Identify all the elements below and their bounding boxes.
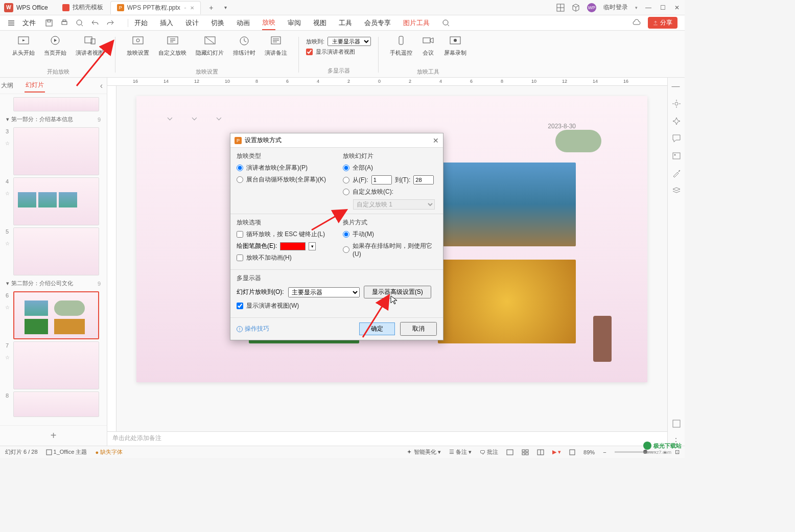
play-button[interactable]: ▶ ▾ [552,449,561,455]
add-slide-button[interactable]: + [0,425,107,446]
pen-color-dropdown[interactable]: ▾ [309,242,316,250]
screen-record-button[interactable]: 屏幕录制 [440,34,471,58]
tips-link[interactable]: !操作技巧 [237,325,269,333]
presenter-view-checkbox[interactable]: 显示演讲者视图(W) [237,302,437,310]
tab-more-icon[interactable]: ▫ [184,5,186,11]
tab-close-icon[interactable]: ✕ [190,5,194,11]
thumb-row[interactable] [0,96,107,112]
thumb-row[interactable]: 3☆ [0,126,107,176]
radio-custom-show[interactable]: 自定义放映(C): [343,188,437,196]
notes-bar[interactable]: 单击此处添加备注 [107,431,667,446]
dash-icon[interactable]: — [672,82,681,91]
undo-icon[interactable] [91,19,99,27]
print-icon[interactable] [60,19,68,27]
menu-animation[interactable]: 动画 [237,16,250,30]
menu-picture-tools[interactable]: 图片工具 [403,16,430,30]
radio-presenter[interactable]: 演讲者放映(全屏幕)(P) [237,164,331,172]
radio-all-slides[interactable]: 全部(A) [343,164,437,172]
zoom-fit-button[interactable] [569,449,575,455]
thumbnail-list[interactable]: ▾第一部分：介绍基本信息9 3☆ 4☆ 5☆ ▾第二部分：介绍公司文化9 6☆ … [0,94,107,425]
login-text[interactable]: 临时登录 [603,3,628,12]
menu-review[interactable]: 审阅 [288,16,301,30]
minimize-button[interactable]: — [645,4,652,11]
user-avatar[interactable]: WP [587,3,596,12]
tools-icon[interactable] [672,169,681,178]
menu-transition[interactable]: 切换 [211,16,224,30]
slides-tab[interactable]: 幻灯片 [25,79,45,92]
dropdown-icon[interactable]: ▾ [635,5,638,10]
tab-list-button[interactable]: ▾ [220,3,230,13]
monitor-select[interactable]: 主要显示器 [288,287,360,297]
cloud-icon[interactable] [633,19,641,27]
search-icon[interactable] [442,19,450,27]
image-icon[interactable] [672,151,681,160]
phone-remote-button[interactable]: 手机遥控 [386,34,416,58]
save-icon[interactable] [45,19,53,27]
meeting-button[interactable]: 会议 [417,34,439,58]
play-from-start-button[interactable]: 从头开始 [8,34,39,58]
thumb-row[interactable]: 7☆ [0,340,107,390]
view-normal-button[interactable] [506,449,513,455]
missing-font-indicator[interactable]: ● 缺失字体 [95,448,123,456]
comment-toggle[interactable]: 🗨 批注 [480,448,498,456]
radio-timings[interactable]: 如果存在排练时间，则使用它(U) [343,242,437,258]
rehearse-button[interactable]: 排练计时 [229,34,260,58]
tab-templates[interactable]: 找稻壳模板 [56,1,109,14]
cancel-button[interactable]: 取消 [400,322,437,336]
menu-slideshow[interactable]: 放映 [262,16,275,30]
sparkle-icon[interactable] [672,117,681,126]
thumb-row[interactable]: 5☆ [0,226,107,276]
grid-icon[interactable] [556,4,565,12]
beautify-button[interactable]: 智能美化 ▾ [406,448,441,456]
notes-toggle[interactable]: ☰ 备注 ▾ [449,448,472,456]
layers-icon[interactable] [672,186,681,195]
loop-checkbox[interactable]: 循环放映，按 ESC 键终止(L) [237,230,331,239]
menu-design[interactable]: 设计 [185,16,199,30]
share-button[interactable]: 分享 [648,17,677,29]
zoom-out-button[interactable]: − [603,449,606,455]
comment-icon[interactable] [672,134,681,143]
view-sorter-button[interactable] [522,449,529,455]
redo-icon[interactable] [106,19,114,27]
panel-collapse-icon[interactable]: ‹ [100,81,103,90]
outline-tab[interactable]: 大纲 [0,79,14,92]
no-animation-checkbox[interactable]: 放映不加动画(H) [237,253,331,262]
from-input[interactable] [371,175,392,184]
section-header[interactable]: ▾第二部分：介绍公司文化9 [0,276,107,290]
slideshow-settings-button[interactable]: 放映设置 [123,34,153,58]
view-reading-button[interactable] [537,449,544,455]
hide-slide-button[interactable]: 隐藏幻灯片 [192,34,228,58]
ok-button[interactable]: 确定 [359,322,395,335]
section-header[interactable]: ▾第一部分：介绍基本信息9 [0,112,107,126]
menu-insert[interactable]: 插入 [160,16,173,30]
custom-show-button[interactable]: 自定义放映 [154,34,191,58]
pen-color-swatch[interactable] [280,242,306,250]
to-input[interactable] [413,175,434,184]
dialog-titlebar[interactable]: P 设置放映方式 ✕ [230,133,443,148]
menu-view[interactable]: 视图 [313,16,326,30]
hamburger-icon[interactable] [7,19,15,27]
speaker-notes-button[interactable]: 演讲备注 [261,34,291,58]
box-icon[interactable] [672,419,681,428]
theme-indicator[interactable]: 1_Office 主题 [46,448,87,456]
thumb-row-selected[interactable]: 6☆ [0,290,107,340]
presenter-view-checkbox[interactable] [306,49,313,55]
close-window-button[interactable]: ✕ [673,4,681,11]
file-menu[interactable]: 文件 [22,18,36,28]
slide-image[interactable] [438,163,576,246]
preview-icon[interactable] [76,19,84,27]
menu-tools[interactable]: 工具 [339,16,352,30]
presenter-view-button[interactable]: 演讲者视图 [72,34,108,58]
slide-image[interactable] [438,260,576,343]
radio-range-slides[interactable]: 从(F):到(T): [343,175,437,184]
maximize-button[interactable]: ☐ [659,4,666,11]
radio-manual[interactable]: 手动(M) [343,230,437,239]
settings-icon[interactable] [672,99,681,108]
tab-document[interactable]: P WPS PPT教程.pptx ▫ ✕ [110,1,201,14]
monitor-advanced-button[interactable]: 显示器高级设置(S) [364,286,431,298]
play-from-current-button[interactable]: 当页开始 [40,34,71,58]
radio-kiosk[interactable]: 展台自动循环放映(全屏幕)(K) [237,175,331,184]
menu-start[interactable]: 开始 [134,16,148,30]
menu-member[interactable]: 会员专享 [364,16,391,30]
dialog-close-button[interactable]: ✕ [433,136,439,145]
